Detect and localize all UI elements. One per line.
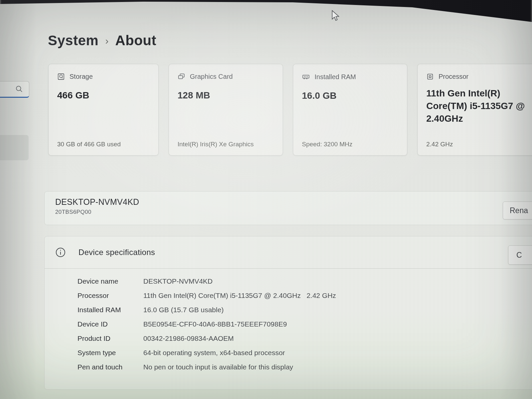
graphics-card-card: Graphics Card 128 MB Intel(R) Iris(R) Xe… bbox=[169, 64, 283, 156]
processor-value: 11th Gen Intel(R) Core(TM) i5-1135G7 @ 2… bbox=[426, 87, 532, 125]
storage-card: Storage 466 GB 30 GB of 466 GB used bbox=[48, 64, 159, 156]
sidebar-item-selected[interactable] bbox=[0, 135, 29, 160]
graphics-value: 128 MB bbox=[178, 89, 274, 102]
storage-detail: 30 GB of 466 GB used bbox=[57, 141, 150, 148]
processor-icon bbox=[426, 73, 434, 80]
ram-icon bbox=[302, 73, 310, 81]
spec-label: Installed RAM bbox=[77, 306, 143, 314]
spec-row-device-name: Device name DESKTOP-NVMV4KD bbox=[77, 277, 532, 285]
spec-label: Device ID bbox=[77, 320, 143, 328]
spec-row-device-id: Device ID B5E0954E-CFF0-40A6-8BB1-75EEEF… bbox=[77, 320, 532, 328]
spec-row-product-id: Product ID 00342-21986-09834-AAOEM bbox=[77, 334, 532, 342]
device-model: 20TBS6PQ00 bbox=[55, 209, 532, 215]
card-title: Processor bbox=[439, 73, 468, 80]
device-specifications-header: Device specifications bbox=[45, 236, 532, 269]
ram-value: 16.0 GB bbox=[302, 89, 398, 102]
search-icon bbox=[15, 85, 24, 93]
cursor-icon bbox=[331, 10, 340, 21]
graphics-detail: Intel(R) Iris(R) Xe Graphics bbox=[178, 141, 274, 148]
rename-pc-button[interactable]: Rena bbox=[503, 201, 532, 219]
device-name: DESKTOP-NVMV4KD bbox=[55, 197, 532, 207]
device-specifications-section: Device specifications Device name DESKTO… bbox=[44, 236, 532, 390]
spec-label: Product ID bbox=[77, 334, 143, 342]
processor-detail: 2.42 GHz bbox=[426, 141, 532, 148]
ram-detail: Speed: 3200 MHz bbox=[302, 141, 398, 148]
breadcrumb-separator: › bbox=[105, 35, 108, 47]
graphics-card-icon bbox=[178, 73, 185, 80]
spec-value: 00342-21986-09834-AAOEM bbox=[143, 334, 234, 342]
spec-row-processor: Processor 11th Gen Intel(R) Core(TM) i5-… bbox=[77, 292, 532, 299]
device-name-section: DESKTOP-NVMV4KD 20TBS6PQ00 bbox=[44, 191, 532, 225]
spec-label: Device name bbox=[77, 277, 143, 285]
spec-label: Pen and touch bbox=[77, 363, 143, 371]
spec-value: 11th Gen Intel(R) Core(TM) i5-1135G7 @ 2… bbox=[143, 292, 336, 299]
device-specifications-list: Device name DESKTOP-NVMV4KD Processor 11… bbox=[45, 269, 532, 371]
breadcrumb: System › About bbox=[48, 33, 156, 49]
card-title: Installed RAM bbox=[315, 73, 356, 81]
spec-value: 64-bit operating system, x64-based proce… bbox=[143, 349, 285, 356]
info-icon bbox=[55, 247, 66, 258]
settings-window: System › About Storage 466 GB bbox=[0, 0, 532, 399]
device-specifications-title: Device specifications bbox=[78, 248, 155, 257]
spec-value: B5E0954E-CFF0-40A6-8BB1-75EEEF7098E9 bbox=[143, 320, 287, 328]
breadcrumb-system-link[interactable]: System bbox=[48, 33, 98, 49]
installed-ram-card: Installed RAM 16.0 GB Speed: 3200 MHz bbox=[293, 64, 407, 156]
summary-cards-row: Storage 466 GB 30 GB of 466 GB used Grap… bbox=[48, 64, 532, 156]
storage-icon bbox=[57, 73, 65, 80]
spec-label: System type bbox=[77, 349, 143, 356]
copy-specs-button[interactable]: C bbox=[508, 245, 532, 265]
spec-row-system-type: System type 64-bit operating system, x64… bbox=[77, 349, 532, 356]
page-title: About bbox=[115, 33, 156, 49]
storage-value: 466 GB bbox=[57, 89, 150, 102]
processor-card: Processor 11th Gen Intel(R) Core(TM) i5-… bbox=[417, 64, 532, 156]
spec-value: DESKTOP-NVMV4KD bbox=[143, 277, 213, 285]
spec-value: 16.0 GB (15.7 GB usable) bbox=[143, 306, 224, 314]
monitor-bezel bbox=[0, 0, 532, 35]
spec-row-pen-and-touch: Pen and touch No pen or touch input is a… bbox=[77, 363, 532, 371]
spec-value: No pen or touch input is available for t… bbox=[143, 363, 293, 371]
search-input[interactable] bbox=[0, 81, 29, 98]
card-title: Storage bbox=[69, 73, 93, 80]
spec-row-installed-ram: Installed RAM 16.0 GB (15.7 GB usable) bbox=[77, 306, 532, 314]
spec-label: Processor bbox=[77, 292, 143, 299]
card-title: Graphics Card bbox=[190, 73, 233, 80]
